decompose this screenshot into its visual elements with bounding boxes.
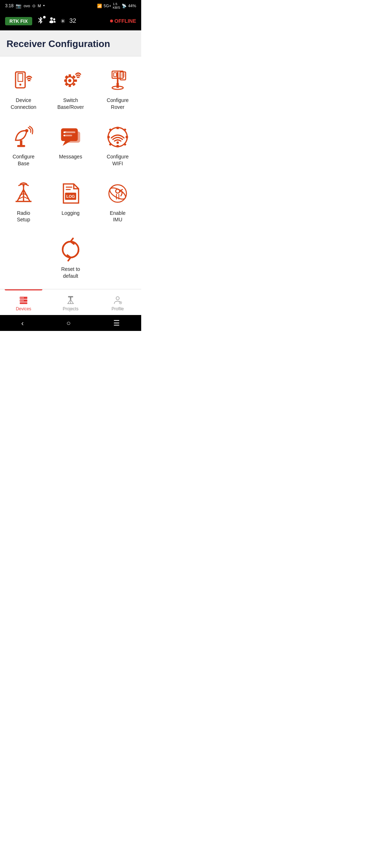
svg-rect-5	[69, 74, 71, 77]
logging-item[interactable]: LOG Logging	[47, 173, 94, 229]
svg-point-45	[22, 184, 25, 187]
svg-point-22	[25, 129, 28, 132]
svg-rect-66	[68, 296, 73, 297]
enable-imu-item[interactable]: EnableIMU	[94, 173, 141, 229]
gmail-icon: M	[38, 4, 41, 8]
svg-rect-60	[23, 300, 24, 301]
projects-nav-icon	[66, 295, 75, 305]
wifi-icon: 📡	[122, 4, 127, 8]
radio-setup-item[interactable]: RadioSetup	[0, 173, 47, 229]
configure-base-item[interactable]: ConfigureBase	[0, 116, 47, 173]
rover-icon	[106, 69, 130, 93]
svg-rect-71	[120, 303, 121, 303]
svg-point-36	[117, 141, 119, 144]
camera-icon: 📷	[16, 3, 21, 9]
recents-button[interactable]: ☰	[106, 316, 127, 330]
messages-item[interactable]: Messages	[47, 116, 94, 173]
imu-icon	[106, 182, 130, 205]
svg-rect-19	[117, 83, 119, 88]
top-bar: RTK FIX ✳ 32 OFFLINE	[0, 12, 141, 30]
logging-label: Logging	[62, 210, 80, 217]
svg-rect-20	[20, 140, 22, 146]
configure-wifi-label: ConfigureWIFI	[107, 153, 129, 167]
svg-rect-29	[117, 145, 119, 148]
radio-setup-label: RadioSetup	[17, 210, 30, 224]
svg-line-65	[71, 299, 73, 303]
svg-point-52	[116, 189, 120, 193]
svg-rect-28	[117, 127, 119, 129]
vpn-icon: ⊙	[32, 4, 35, 8]
svg-point-68	[116, 297, 119, 300]
page-title: Receiver Configuration	[7, 38, 135, 50]
svg-rect-6	[69, 84, 71, 87]
switch-base-rover-item[interactable]: SwitchBase/Rover	[47, 60, 94, 116]
satellite-dish-icon	[12, 125, 35, 149]
svg-rect-54	[20, 297, 21, 298]
radio-tower-icon	[12, 182, 35, 205]
bottom-nav: Devices Projects Profile	[0, 289, 141, 315]
svg-point-2	[19, 84, 21, 86]
messages-label: Messages	[59, 153, 82, 160]
svg-rect-15	[114, 73, 117, 77]
reset-default-label: Reset todefault	[61, 266, 80, 280]
reset-icon	[59, 238, 83, 261]
svg-rect-59	[22, 300, 22, 301]
satellite-icon	[49, 17, 56, 25]
configure-rover-label: ConfigureRover	[107, 97, 129, 111]
offline-badge: OFFLINE	[110, 18, 136, 24]
svg-point-4	[68, 79, 71, 82]
svg-rect-17	[121, 73, 125, 77]
rtk-badge: RTK FIX	[5, 17, 32, 25]
signal-icon: 📶	[97, 4, 102, 8]
svg-rect-61	[20, 302, 28, 304]
svg-rect-58	[20, 300, 21, 301]
device-connection-item[interactable]: DeviceConnection	[0, 60, 47, 116]
configure-wifi-item[interactable]: ConfigureWIFI	[94, 116, 141, 173]
svg-rect-8	[74, 80, 77, 82]
nav-devices[interactable]: Devices	[0, 289, 47, 315]
svg-rect-31	[126, 136, 128, 138]
svg-rect-30	[107, 136, 110, 138]
devices-nav-icon	[19, 295, 28, 305]
svg-rect-56	[23, 297, 24, 298]
wifi-gear-icon	[106, 125, 130, 149]
config-grid: DeviceConnection S	[0, 56, 141, 289]
svg-text:LOG: LOG	[66, 194, 75, 199]
phone-signal-icon	[12, 69, 35, 93]
snowflake-icon: ✳	[60, 18, 65, 25]
svg-line-63	[68, 299, 71, 303]
nav-projects[interactable]: Projects	[47, 289, 94, 315]
configure-rover-item[interactable]: ConfigureRover	[94, 60, 141, 116]
profile-nav-icon	[113, 295, 122, 305]
nav-profile-label: Profile	[112, 306, 124, 311]
dot-icon: •	[43, 3, 45, 8]
bluetooth-icon	[37, 16, 45, 26]
svg-rect-1	[18, 73, 23, 81]
network-label: 5G+	[104, 4, 111, 8]
svg-rect-7	[64, 80, 67, 82]
svg-rect-21	[17, 145, 25, 147]
nav-projects-label: Projects	[63, 306, 78, 311]
device-connection-label: DeviceConnection	[11, 97, 37, 111]
page-header: Receiver Configuration	[0, 30, 141, 56]
nav-devices-label: Devices	[16, 306, 31, 311]
offline-dot	[110, 20, 113, 22]
enable-imu-label: EnableIMU	[110, 210, 126, 224]
battery-label: 44%	[128, 4, 136, 8]
switch-base-rover-label: SwitchBase/Rover	[57, 97, 84, 111]
back-button[interactable]: ‹	[14, 316, 31, 330]
home-button[interactable]: ○	[59, 316, 78, 330]
gear-signal-icon	[59, 69, 83, 93]
speed-label: 1.5KB/S	[113, 2, 120, 9]
svg-rect-26	[65, 131, 80, 142]
svg-rect-70	[120, 302, 121, 303]
status-bar: 3:18 📷 ovo ⊙ M • 📶 5G+ 1.5KB/S 📡 44%	[0, 0, 141, 12]
satellite-count: 32	[70, 17, 76, 25]
time-display: 3:18	[5, 3, 13, 8]
system-nav-bar: ‹ ○ ☰	[0, 315, 141, 331]
configure-base-label: ConfigureBase	[13, 153, 35, 167]
nav-profile[interactable]: Profile	[94, 289, 141, 315]
messages-icon	[59, 125, 83, 149]
reset-default-item[interactable]: Reset todefault	[47, 229, 94, 285]
log-file-icon: LOG	[59, 182, 83, 205]
